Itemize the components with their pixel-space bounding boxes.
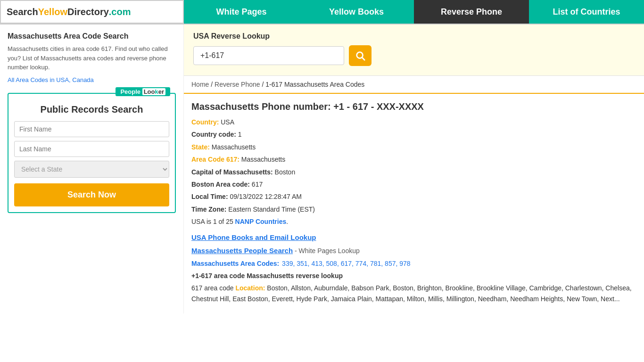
area-code-link[interactable]: 978 <box>399 260 410 267</box>
country-code-row: Country code: 1 <box>191 129 636 140</box>
capital-value: Boston <box>275 168 296 176</box>
lookup-row <box>193 45 635 66</box>
people-search-rest: - White Pages Lookup <box>293 247 360 255</box>
country-row: Country: USA <box>191 117 636 127</box>
country-label: Country: <box>191 118 219 126</box>
svg-line-1 <box>363 58 365 60</box>
area-code-row: Area Code 617: Massachusetts <box>191 154 636 165</box>
country-code-label: Country code: <box>191 131 236 138</box>
breadcrumb-home[interactable]: Home <box>191 81 209 88</box>
area-codes-values: 339, 351, 413, 508, 617, 774, 781, 857, … <box>282 260 410 267</box>
location-label-text: 617 area code <box>191 284 234 292</box>
area-code-label: Area Code 617: <box>191 156 239 163</box>
sidebar-description: Massachusetts cities in area code 617. F… <box>8 44 176 72</box>
area-code-link[interactable]: 617 <box>341 260 352 267</box>
breadcrumb-sep1: / <box>211 81 215 88</box>
people-looker-title: Public Records Search <box>14 103 169 115</box>
email-lookup-row: USA Phone Books and Email Lookup <box>191 232 636 243</box>
people-search-link[interactable]: Massachusetts People Search <box>191 247 293 255</box>
local-time-value: 09/13/2022 12:28:47 AM <box>230 193 302 200</box>
sidebar-title: Massachusetts Area Code Search <box>8 32 176 41</box>
area-code-link[interactable]: 413 <box>311 260 322 267</box>
navbar: SearchYellowDirectory.com White Pages Ye… <box>0 0 644 25</box>
sidebar-area-codes-link[interactable]: All Area Codes in USA, Canada <box>8 76 94 83</box>
reverse-lookup-text: +1-617 area code Massachusetts reverse l… <box>191 272 343 280</box>
area-code-link[interactable]: 857 <box>385 260 396 267</box>
logo-yellow-text: Yellow <box>38 7 67 17</box>
location-keyword: Location: <box>235 284 265 292</box>
area-code-value: Massachusetts <box>241 156 285 163</box>
breadcrumb-current: 1-617 Massachusetts Area Codes <box>265 81 364 88</box>
heading-rest: : +1 - 617 - XXX-XXXX <box>328 101 424 112</box>
country-code-value: 1 <box>238 131 242 138</box>
sidebar: Massachusetts Area Code Search Massachus… <box>0 25 184 313</box>
svg-point-0 <box>357 52 363 58</box>
email-lookup-link[interactable]: USA Phone Books and Email Lookup <box>191 232 636 243</box>
state-select[interactable]: Select a State <box>14 161 169 178</box>
area-code-link[interactable]: 508 <box>326 260 337 267</box>
state-row: State: Massachusetts <box>191 142 636 152</box>
timezone-value: Eastern Standard Time (EST) <box>228 206 315 213</box>
logo-directory-text: Directory <box>67 7 109 17</box>
people-search-row: Massachusetts People Search - White Page… <box>191 245 636 256</box>
area-code-link[interactable]: 351 <box>297 260 307 267</box>
nav-yellow-books[interactable]: Yellow Books <box>299 0 414 24</box>
nanp-link[interactable]: NANP Countries <box>235 218 287 225</box>
logo[interactable]: SearchYellowDirectory.com <box>0 0 184 24</box>
timezone-label: Time Zone: <box>191 206 226 213</box>
nanp-text: USA is 1 of 25 <box>191 218 233 225</box>
area-code-link[interactable]: 781 <box>370 260 381 267</box>
lookup-button[interactable] <box>349 45 372 66</box>
reverse-lookup-row: +1-617 area code Massachusetts reverse l… <box>191 271 636 281</box>
nav-list-of-countries[interactable]: List of Countries <box>529 0 644 24</box>
timezone-row: Time Zone: Eastern Standard Time (EST) <box>191 204 636 214</box>
capital-row: Capital of Massachusetts: Boston <box>191 167 636 177</box>
nanp-period: . <box>286 218 288 225</box>
boston-area-label: Boston Area code: <box>191 181 250 188</box>
area-codes-label: Massachusetts Area Codes: <box>191 260 279 267</box>
local-time-row: Local Time: 09/13/2022 12:28:47 AM <box>191 191 636 202</box>
lookup-title: USA Reverse Lookup <box>193 32 635 41</box>
heading-orange: Massachusetts Phone number <box>191 101 328 112</box>
state-value: Massachusetts <box>212 143 256 151</box>
search-now-button[interactable]: Search Now <box>14 183 169 206</box>
last-name-input[interactable] <box>14 141 169 157</box>
lookup-box: USA Reverse Lookup <box>184 25 644 76</box>
first-name-input[interactable] <box>14 121 169 137</box>
search-icon <box>355 50 365 61</box>
nav-reverse-phone[interactable]: Reverse Phone <box>414 0 529 24</box>
breadcrumb: Home / Reverse Phone / 1-617 Massachuset… <box>184 76 644 94</box>
area-code-link[interactable]: 774 <box>355 260 366 267</box>
country-value: USA <box>221 118 234 126</box>
boston-area-row: Boston Area code: 617 <box>191 179 636 189</box>
nanp-row: USA is 1 of 25 NANP Countries. <box>191 216 636 227</box>
logo-search-text: Search <box>7 7 38 17</box>
area-codes-row: Massachusetts Area Codes: 339, 351, 413,… <box>191 258 636 269</box>
state-label: State: <box>191 143 210 151</box>
main-layout: Massachusetts Area Code Search Massachus… <box>0 25 644 313</box>
boston-area-value: 617 <box>252 181 263 188</box>
location-row: 617 area code Location: Boston, Allston,… <box>191 283 636 304</box>
local-time-label: Local Time: <box>191 193 228 200</box>
logo-com-text: .com <box>109 7 131 17</box>
content-area: USA Reverse Lookup Home / Reverse Phone … <box>184 25 644 313</box>
nav-white-pages[interactable]: White Pages <box>184 0 299 24</box>
main-content: Massachusetts Phone number: +1 - 617 - X… <box>184 94 644 313</box>
page-heading: Massachusetts Phone number: +1 - 617 - X… <box>191 101 636 112</box>
people-looker-box: People Looker Public Records Search Sele… <box>8 93 176 213</box>
capital-label: Capital of Massachusetts: <box>191 168 273 176</box>
area-code-link[interactable]: 339 <box>282 260 293 267</box>
lookup-input[interactable] <box>193 46 344 65</box>
people-looker-badge: People Looker <box>116 87 170 96</box>
breadcrumb-reverse-phone[interactable]: Reverse Phone <box>215 81 260 88</box>
